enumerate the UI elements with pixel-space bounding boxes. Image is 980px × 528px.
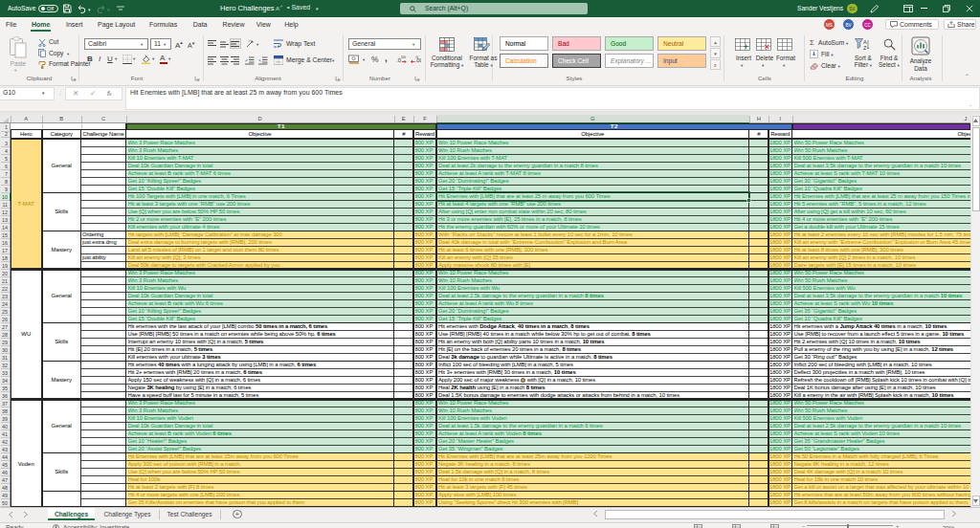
svg-text:Z: Z	[863, 45, 867, 51]
svg-text:00: 00	[401, 55, 406, 59]
svg-text:A: A	[863, 39, 867, 45]
